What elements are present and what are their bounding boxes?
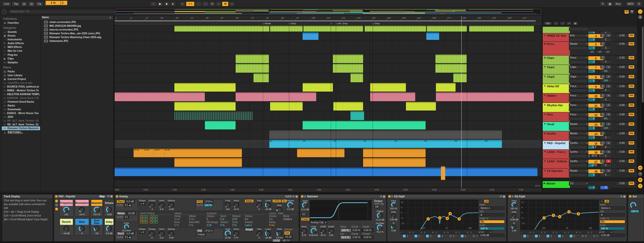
track-name[interactable]: ▼Shaker [543, 93, 570, 103]
clip[interactable] [453, 73, 467, 82]
osc2-semi-knob[interactable] [159, 230, 165, 236]
volume-field[interactable]: 0 [588, 126, 600, 130]
monitor-button[interactable]: ● [606, 94, 611, 97]
lfo2-rate-knob[interactable] [276, 230, 282, 236]
track-delay-field[interactable]: 0.00 [616, 169, 628, 173]
macro-reverb[interactable]: Reverb-inf dB [59, 218, 74, 235]
play-button[interactable]: ▶ [157, 2, 163, 6]
track-header-vocal[interactable]: ▼VocalMaster▾13S●015R0.00ms [543, 122, 637, 131]
output-routing-select[interactable]: Percs▾ [569, 94, 589, 98]
device-power-button[interactable] [388, 195, 391, 198]
nudge-up-button[interactable]: |||| [28, 2, 35, 6]
lane-lead-free-y[interactable]: 13-Ar13-Ar13-Ar13-Ar [115, 148, 542, 158]
clip[interactable] [174, 26, 269, 32]
amp1-level-knob[interactable] [265, 202, 271, 208]
sidebar-item-sounds[interactable]: ♫Sounds [2, 30, 40, 34]
eq-mode-select[interactable]: Stereo ▾ [600, 206, 625, 210]
sidebar-item-drums[interactable]: ▦Drums [2, 34, 40, 38]
midi-map-button[interactable]: MIDI [626, 2, 635, 6]
eq-edit-button[interactable]: A [600, 213, 625, 217]
clip[interactable] [205, 121, 236, 129]
group-fold-icon[interactable]: ◎ [544, 42, 546, 45]
track-header-perc[interactable]: ▼PercPercs▾12S●030L0.00ms [543, 112, 637, 122]
kb-semi[interactable]: 0 st [220, 218, 232, 221]
clip[interactable] [174, 149, 242, 157]
lfo1-toggle[interactable]: LFO1 [272, 199, 281, 203]
fil1-toggle[interactable]: Fil1 [197, 200, 203, 203]
shape-type-select[interactable]: Analog Clip ▾ [310, 221, 327, 224]
track-name[interactable]: ▶Master [543, 181, 570, 188]
hot-swap-icon[interactable]: ⟳ [380, 195, 382, 198]
track-delay-field[interactable]: 0.00 [616, 85, 628, 88]
toggle-m[interactable]: M [638, 178, 642, 182]
key-map-button[interactable]: Key [614, 2, 623, 6]
sidebar-item-riemann-techno-masterin[interactable]: ▭Riemann Techno Masterin [2, 126, 40, 130]
clip[interactable]: All [394, 140, 424, 148]
eq-band-on-toggle[interactable] [523, 234, 526, 238]
macro-knob[interactable] [106, 226, 112, 232]
clip[interactable]: All [454, 140, 485, 148]
file-item[interactable]: Riemann Techno Mas...ain 2020 cover.JPG [41, 32, 113, 35]
arrangement-overview[interactable] [115, 9, 541, 15]
macro-knob[interactable] [63, 207, 69, 213]
track-name[interactable]: ▼LEAD - Kalkuta [543, 159, 570, 168]
device-power-button[interactable] [55, 195, 57, 198]
eq-output-gain-field[interactable]: 0.00 dB [479, 234, 505, 237]
eq-gain-knob[interactable] [511, 213, 517, 218]
solo-button[interactable]: S [600, 85, 605, 88]
osc1-toggle[interactable]: Osc1 [117, 200, 125, 203]
track-header-shaker[interactable]: ▼ShakerPercs▾10S●0C0.00ms [543, 93, 637, 103]
output-routing-select[interactable]: Master▾ [569, 122, 589, 126]
monitor-button[interactable]: ● [606, 122, 611, 126]
clip[interactable] [297, 149, 344, 157]
solo-button[interactable]: S [600, 65, 605, 69]
track-header-partial[interactable]: 0C [543, 27, 637, 33]
eq-band-on-toggle[interactable] [546, 234, 550, 238]
rack-macro-icon[interactable] [55, 208, 58, 210]
osc2-octave-knob[interactable] [149, 230, 155, 236]
osc1-semi-knob[interactable] [159, 202, 165, 208]
macro-mute[interactable]: Mute0 [75, 218, 89, 235]
sidebar-item-current-project[interactable]: ▣Current Project [2, 77, 40, 81]
eq-band-2[interactable]: ◇▾2 [411, 230, 423, 238]
eq-band-shape-select[interactable]: ◇▾ [590, 230, 601, 234]
hot-swap-icon[interactable]: ⟳ [620, 195, 622, 198]
track-delay-ms-toggle[interactable]: ms [629, 65, 634, 69]
file-item[interactable]: Riemann Techno Mastering Chain 2020.adg [41, 35, 113, 39]
osc1-filter-select[interactable]: F1 ◀ [124, 204, 132, 207]
eq-band-node-2[interactable]: 2 [438, 216, 442, 220]
track-delay-ms-toggle[interactable]: ms [629, 56, 634, 59]
output-routing-select[interactable]: Claps▾ [569, 65, 589, 69]
pan-field[interactable]: C [600, 60, 611, 64]
fil1-type-select[interactable]: LP24 ▾ [204, 200, 213, 203]
track-delay-ms-toggle[interactable]: ms [629, 150, 634, 153]
unison-detune[interactable]: 10.16 [284, 235, 293, 239]
follow-button[interactable]: ➔ [150, 2, 156, 6]
track-delay-ms-toggle[interactable]: ms [629, 182, 634, 185]
set-locator-button[interactable]: Set [544, 22, 552, 25]
lane-shaker[interactable] [115, 92, 542, 102]
volume-field[interactable]: 0 [588, 98, 600, 102]
pan-field[interactable]: C [600, 46, 611, 50]
pan-field[interactable]: C [600, 154, 611, 158]
dc-button[interactable]: DC [301, 213, 307, 216]
volume-field[interactable]: -6.3 [588, 145, 600, 149]
eq-band-on-toggle[interactable] [569, 234, 573, 238]
eq-freq-knob[interactable] [511, 202, 517, 207]
monitor-button[interactable]: ● [606, 65, 611, 69]
eq-band-shape-select[interactable]: ◇▾ [411, 230, 423, 234]
eq-band-1[interactable]: ⌐▾1 [520, 230, 531, 238]
sidebar-item-favorites[interactable]: ■Favorites [2, 21, 40, 25]
sidebar-item-plug-ins[interactable]: ⌗Plug-Ins [2, 53, 40, 57]
clip[interactable]: All [269, 140, 303, 148]
device-power-button[interactable] [629, 195, 631, 198]
stop-button[interactable]: ■ [164, 2, 170, 6]
eq-adaptq-toggle[interactable]: On [600, 220, 625, 223]
ws-period[interactable]: 0.00 % [363, 236, 374, 239]
unfold-icon[interactable]: ▼ [544, 75, 546, 78]
track-header-rhythm-hat[interactable]: ▼Rhythm HatPercs▾11S●0C0.00ms [543, 103, 637, 112]
eq-band-shape-select[interactable]: ◇▾ [532, 230, 543, 234]
pan-field[interactable]: 0 [600, 186, 611, 190]
eq-band-node-5[interactable]: 5 [457, 217, 461, 221]
track-delay-field[interactable]: 0.00 [616, 141, 628, 145]
